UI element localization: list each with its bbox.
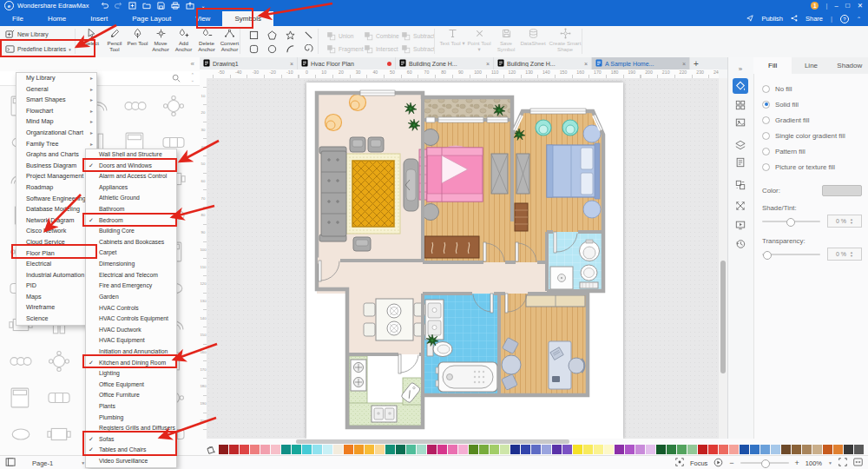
shade-slider-knob[interactable] [786,218,795,227]
color-swatch[interactable] [531,445,541,454]
fill-option-picture-or-texture-fill[interactable]: Picture or texture fill [753,159,868,175]
stencil-rings[interactable] [116,89,155,123]
expand-panel-icon[interactable]: » [733,61,748,76]
color-swatch[interactable] [615,445,624,454]
color-swatch[interactable] [229,445,239,454]
star-shape-button[interactable] [283,29,297,42]
color-swatch[interactable] [802,445,812,454]
arc-shape-button[interactable] [283,43,297,56]
menu-view[interactable]: View [183,11,222,26]
color-swatch[interactable] [375,445,385,454]
stencil-oval-table[interactable] [2,417,40,452]
fill-style-icon[interactable] [733,78,748,94]
color-swatch[interactable] [437,445,447,454]
background-icon[interactable] [733,115,748,130]
close-button[interactable]: ✕ [858,3,863,10]
menu-symbols[interactable]: Symbols [222,11,273,26]
publish-button[interactable]: Publish [761,15,783,23]
export-icon[interactable] [186,2,194,10]
history-icon[interactable] [733,236,748,252]
color-swatch[interactable] [333,445,343,454]
color-swatch[interactable] [469,445,478,454]
new-document-icon[interactable] [128,2,136,10]
print-icon[interactable] [171,2,180,10]
horizontal-scrollbar[interactable] [296,439,569,444]
undo-icon[interactable] [101,2,108,10]
color-swatch[interactable] [490,445,499,454]
document-tab-drawing1[interactable]: Drawing1× [200,57,298,69]
circle-shape-button[interactable] [265,43,279,56]
color-swatch[interactable] [250,445,260,454]
color-swatch[interactable] [771,445,780,454]
floorplan-menu-item-tables-and-chairs[interactable]: ✓Tables and Chairs [86,445,176,456]
color-swatch[interactable] [823,445,832,454]
fill-option-single-color-gradient-fill[interactable]: Single color gradient fill [753,128,868,143]
color-swatch[interactable] [573,445,582,454]
replace-shape-icon[interactable] [733,177,748,193]
color-swatch[interactable] [385,445,395,454]
color-swatch[interactable] [552,445,562,454]
close-tab-icon[interactable]: × [682,61,686,67]
color-swatch[interactable] [781,445,791,454]
vertical-scrollbar-thumb[interactable] [720,261,726,373]
qat-more-icon[interactable]: ⌄ [201,3,205,9]
delete-anchor-tool[interactable]: Delete Anchor [195,28,219,52]
color-swatch[interactable] [396,445,405,454]
pentagon-shape-button[interactable] [265,29,279,42]
floorplan-menu-item-hvac-controls[interactable]: HVAC Controls [86,303,176,314]
color-swatch[interactable] [240,445,249,454]
zoom-out-button[interactable]: − [729,459,733,467]
library-menu-item-my-library[interactable]: My Library▸ [16,73,96,84]
color-swatch[interactable] [750,445,760,454]
floorplan-menu-item-sofas[interactable]: ✓Sofas [86,434,176,446]
collapse-panel-icon[interactable]: « [191,60,194,68]
color-swatch[interactable] [260,445,270,454]
color-swatch[interactable] [583,445,593,454]
floorplan-menu-item-office-furniture[interactable]: Office Furniture [86,390,176,401]
floorplan-menu-item-alarm-and-access-control[interactable]: Alarm and Access Control [86,171,176,182]
fill-option-no-fill[interactable]: No fill [753,81,868,96]
color-swatch[interactable] [354,445,364,454]
color-swatch[interactable] [625,445,635,454]
help-icon[interactable]: ? [840,15,849,23]
format-tab-shadow[interactable]: Shadow [831,57,868,74]
library-menu-item-smart-shapes[interactable]: Smart Shapes▸ [16,95,96,106]
transparency-slider-knob[interactable] [763,251,772,260]
color-swatch[interactable] [500,445,510,454]
format-tab-fill[interactable]: Fill [753,57,792,74]
floorplan-menu-item-wall-shell-and-structure[interactable]: Wall Shell and Structure [86,149,176,161]
library-menu-item-mind-map[interactable]: Mind Map▸ [16,116,96,128]
close-tab-icon[interactable]: × [290,61,293,67]
focus-icon[interactable] [675,458,684,468]
floorplan-menu-item-doors-and-windows[interactable]: ✓Doors and Windows [86,161,176,172]
color-swatch[interactable] [729,445,739,454]
color-swatch[interactable] [510,445,520,454]
share-button[interactable]: Share [806,15,823,23]
fullscreen-icon[interactable] [838,458,847,468]
color-swatch[interactable] [302,445,312,454]
line-shape-button[interactable] [301,29,315,42]
save-icon[interactable] [157,2,165,10]
color-swatch[interactable] [854,445,864,454]
select-tool[interactable]: Select [80,28,103,46]
color-swatch[interactable] [427,445,437,454]
shade-value[interactable]: 0 %▲▼ [827,215,862,228]
color-swatch[interactable] [698,445,707,454]
floorplan-menu-item-hvac-equipment[interactable]: HVAC Equipment [86,335,176,347]
color-swatch[interactable] [323,445,332,454]
color-swatch[interactable] [667,445,676,454]
floorplan-menu-item-building-core[interactable]: Building Core [86,226,176,237]
stencil-round-table[interactable] [155,89,193,123]
fit-window-icon[interactable] [853,458,863,468]
stencil-round-table[interactable] [40,344,78,379]
stencil-rings[interactable] [2,344,40,379]
close-tab-icon[interactable]: × [486,61,490,67]
focus-label[interactable]: Focus [690,459,707,467]
spiral-shape-button[interactable] [301,43,315,56]
color-swatch[interactable] [417,445,426,454]
library-menu-item-general[interactable]: General▸ [16,84,96,96]
document-tab-building-zone-h-[interactable]: Building Zone H...× [396,57,494,69]
search-icon[interactable] [172,74,181,83]
format-tab-line[interactable]: Line [792,57,830,74]
pages-icon[interactable] [5,458,16,468]
